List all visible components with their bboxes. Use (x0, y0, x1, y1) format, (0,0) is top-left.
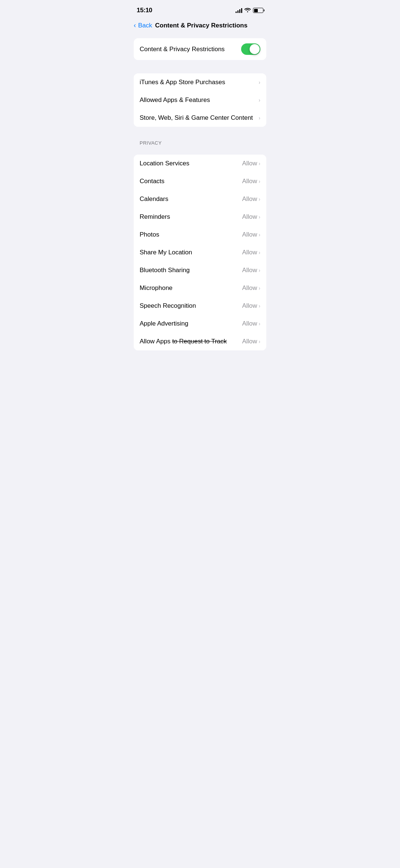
chevron-right-icon: › (259, 321, 260, 327)
wifi-icon (244, 7, 251, 13)
calendars-right: Allow › (242, 195, 260, 203)
location-services-right: Allow › (242, 160, 260, 167)
reminders-right: Allow › (242, 213, 260, 221)
share-my-location-row[interactable]: Share My Location Allow › (134, 244, 266, 261)
status-icons (236, 7, 263, 13)
chevron-right-icon: › (259, 115, 260, 121)
page-title: Content & Privacy Restrictions (155, 22, 247, 29)
battery-icon (253, 8, 263, 13)
chevron-right-icon: › (259, 303, 260, 309)
photos-label: Photos (140, 231, 159, 238)
content-privacy-toggle-row[interactable]: Content & Privacy Restrictions (134, 38, 266, 60)
contacts-row[interactable]: Contacts Allow › (134, 172, 266, 190)
contacts-value: Allow (242, 178, 257, 185)
photos-row[interactable]: Photos Allow › (134, 226, 266, 244)
back-chevron-icon: ‹ (134, 22, 136, 29)
chevron-right-icon: › (259, 285, 260, 291)
store-web-siri-label: Store, Web, Siri & Game Center Content (140, 114, 253, 122)
gap-2 (128, 130, 272, 137)
share-my-location-value: Allow (242, 249, 257, 256)
allow-apps-to-track-right: Allow › (242, 338, 260, 345)
back-button[interactable]: ‹ Back (134, 22, 152, 29)
speech-recognition-right: Allow › (242, 302, 260, 310)
allow-apps-to-track-value: Allow (242, 338, 257, 345)
status-bar: 15:10 (128, 0, 272, 19)
chevron-right-icon: › (259, 79, 260, 85)
status-time: 15:10 (137, 7, 152, 14)
chevron-right-icon: › (259, 196, 260, 202)
chevron-right-icon: › (259, 250, 260, 255)
bluetooth-sharing-row[interactable]: Bluetooth Sharing Allow › (134, 261, 266, 279)
allowed-apps-label: Allowed Apps & Features (140, 96, 210, 104)
microphone-value: Allow (242, 284, 257, 292)
reminders-label: Reminders (140, 213, 170, 221)
allowed-apps-chevron-area: › (259, 97, 260, 103)
contacts-right: Allow › (242, 178, 260, 185)
photos-value: Allow (242, 231, 257, 238)
toggle-knob (250, 44, 260, 54)
chevron-right-icon: › (259, 267, 260, 273)
chevron-right-icon: › (259, 97, 260, 103)
location-services-label: Location Services (140, 160, 189, 167)
microphone-label: Microphone (140, 284, 173, 292)
menu-items-card: iTunes & App Store Purchases › Allowed A… (134, 73, 266, 127)
gap-1 (128, 63, 272, 70)
allow-apps-to-track-row[interactable]: Allow Apps to Request to Track Allow › (134, 333, 266, 350)
speech-recognition-label: Speech Recognition (140, 302, 196, 310)
allow-apps-to-track-label: Allow Apps to Request to Track (140, 338, 227, 345)
apple-advertising-label: Apple Advertising (140, 320, 188, 327)
nav-header: ‹ Back Content & Privacy Restrictions (128, 19, 272, 35)
allowed-apps-row[interactable]: Allowed Apps & Features › (134, 91, 266, 109)
itunes-appstore-chevron-area: › (259, 79, 260, 85)
share-my-location-right: Allow › (242, 249, 260, 256)
chevron-right-icon: › (259, 339, 260, 344)
speech-recognition-row[interactable]: Speech Recognition Allow › (134, 297, 266, 315)
share-my-location-label: Share My Location (140, 249, 192, 256)
microphone-row[interactable]: Microphone Allow › (134, 279, 266, 297)
contacts-label: Contacts (140, 178, 164, 185)
apple-advertising-right: Allow › (242, 320, 260, 327)
content-privacy-label: Content & Privacy Restrictions (140, 46, 225, 53)
itunes-appstore-label: iTunes & App Store Purchases (140, 79, 225, 86)
chevron-right-icon: › (259, 178, 260, 184)
apple-advertising-value: Allow (242, 320, 257, 327)
strikethrough-text: to Request to Track (172, 338, 227, 345)
calendars-row[interactable]: Calendars Allow › (134, 190, 266, 208)
store-web-siri-row[interactable]: Store, Web, Siri & Game Center Content › (134, 109, 266, 127)
back-label: Back (138, 22, 152, 29)
bluetooth-sharing-value: Allow (242, 267, 257, 274)
microphone-right: Allow › (242, 284, 260, 292)
bluetooth-sharing-right: Allow › (242, 267, 260, 274)
chevron-right-icon: › (259, 161, 260, 166)
chevron-right-icon: › (259, 232, 260, 238)
chevron-right-icon: › (259, 214, 260, 220)
content-privacy-toggle[interactable] (241, 43, 260, 55)
speech-recognition-value: Allow (242, 302, 257, 310)
privacy-section-label: PRIVACY (128, 137, 272, 149)
store-web-siri-chevron-area: › (259, 115, 260, 121)
apple-advertising-row[interactable]: Apple Advertising Allow › (134, 315, 266, 333)
photos-right: Allow › (242, 231, 260, 238)
privacy-items-card: Location Services Allow › Contacts Allow… (134, 155, 266, 350)
location-services-value: Allow (242, 160, 257, 167)
reminders-value: Allow (242, 213, 257, 221)
location-services-row[interactable]: Location Services Allow › (134, 155, 266, 172)
calendars-value: Allow (242, 195, 257, 203)
bluetooth-sharing-label: Bluetooth Sharing (140, 267, 190, 274)
itunes-appstore-row[interactable]: iTunes & App Store Purchases › (134, 73, 266, 91)
reminders-row[interactable]: Reminders Allow › (134, 208, 266, 226)
signal-icon (236, 8, 242, 13)
calendars-label: Calendars (140, 195, 169, 203)
main-toggle-card: Content & Privacy Restrictions (134, 38, 266, 60)
gap-3 (128, 149, 272, 152)
